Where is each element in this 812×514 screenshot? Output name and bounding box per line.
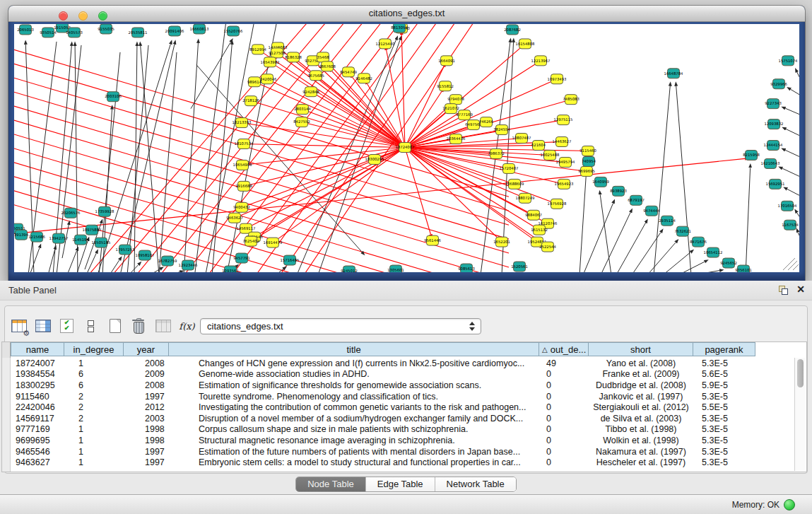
graph-node[interactable]: 9356101 xyxy=(735,265,752,272)
graph-node[interactable]: 3675685 xyxy=(307,71,324,81)
window-titlebar[interactable]: citations_edges.txt xyxy=(8,6,805,22)
memory-status-indicator[interactable] xyxy=(784,499,795,510)
merge-rows-icon[interactable] xyxy=(82,317,100,334)
new-table-icon[interactable] xyxy=(106,317,124,334)
graph-node[interactable]: 7625402 xyxy=(242,236,259,246)
table-row[interactable]: 946362711997Embryonic stem cells: a mode… xyxy=(11,457,794,468)
graph-node[interactable]: 1305601 xyxy=(387,265,404,272)
graph-node[interactable]: 1652201 xyxy=(493,237,510,247)
table-settings-icon[interactable] xyxy=(10,317,28,334)
graph-node[interactable]: 9329966 xyxy=(770,79,787,89)
graph-node[interactable]: 9115460 xyxy=(579,146,596,156)
graph-node[interactable]: 621604 xyxy=(531,141,546,151)
graph-node[interactable]: 15520766 xyxy=(224,26,244,36)
graph-node[interactable]: 8427552 xyxy=(293,117,310,127)
graph-node[interactable]: 2867608 xyxy=(319,62,336,71)
graph-node[interactable]: 9155812 xyxy=(437,81,454,91)
graph-node[interactable]: 9245012 xyxy=(341,266,358,272)
table-row[interactable]: 946554611997Estimation of the future num… xyxy=(11,446,794,457)
graph-node[interactable]: 9777169 xyxy=(456,110,473,120)
graph-node[interactable]: 1145194 xyxy=(72,235,89,245)
graph-node[interactable]: 16914479 xyxy=(264,238,283,247)
tab-edge-table[interactable]: Edge Table xyxy=(366,477,435,491)
graph-node[interactable]: 9474444 xyxy=(643,206,660,216)
graph-node[interactable]: 3824554 xyxy=(493,125,510,135)
graph-node[interactable]: 12125440 xyxy=(376,39,396,49)
graph-node[interactable]: 7632621 xyxy=(674,226,691,236)
graph-node[interactable]: 740954 xyxy=(582,156,596,166)
graph-node[interactable]: 10958107 xyxy=(136,250,155,260)
column-header-out_de[interactable]: △out_de... xyxy=(539,342,589,356)
graph-node[interactable]: 9085613 xyxy=(458,264,475,272)
graph-node[interactable]: 1405573 xyxy=(66,28,83,37)
graph-node[interactable]: 746266 xyxy=(479,117,494,127)
graph-node[interactable]: 2065013 xyxy=(17,25,34,35)
tab-node-table[interactable]: Node Table xyxy=(296,477,366,491)
graph-node[interactable]: 12444154 xyxy=(764,141,784,151)
graph-node[interactable]: 15751074 xyxy=(779,56,799,66)
graph-node[interactable]: 2003106 xyxy=(105,92,122,102)
graph-node[interactable]: 1093561 xyxy=(222,266,239,272)
graph-node[interactable]: 2718126 xyxy=(242,96,259,106)
table-row[interactable]: 977716911998Corpus callosum shape and si… xyxy=(11,424,794,436)
graph-node[interactable]: 1664091 xyxy=(438,56,455,66)
graph-node[interactable]: 17359928 xyxy=(95,206,114,216)
graph-node[interactable]: 10688609 xyxy=(505,179,524,189)
table-row[interactable]: 1456911722003Disruption of a novel membe… xyxy=(11,413,794,424)
graph-node[interactable]: 10807487 xyxy=(512,134,531,144)
graph-node[interactable]: 15692951 xyxy=(766,179,785,189)
graph-node[interactable]: 16154808 xyxy=(516,39,535,49)
column-header-name[interactable]: name xyxy=(11,342,64,356)
column-header-short[interactable]: short xyxy=(589,342,693,356)
graph-node[interactable]: 8471676 xyxy=(690,237,707,247)
column-select-icon[interactable] xyxy=(34,317,52,334)
graph-node[interactable]: 1520561 xyxy=(511,262,528,271)
column-checklist-icon[interactable]: ✔ ✔ xyxy=(58,317,76,334)
graph-node[interactable]: 12975115 xyxy=(554,115,573,125)
graph-node[interactable]: 7986372 xyxy=(488,148,505,158)
vertical-scrollbar[interactable] xyxy=(794,358,806,471)
graph-node[interactable]: 2803144 xyxy=(294,105,311,115)
graph-node[interactable]: 16648784 xyxy=(664,69,684,78)
graph-node[interactable]: 19495794 xyxy=(556,157,576,167)
graph-node[interactable]: 10025488 xyxy=(541,150,560,160)
close-panel-icon[interactable]: ✕ xyxy=(796,284,805,295)
graph-node[interactable]: 19654923 xyxy=(555,179,574,189)
graph-node[interactable]: 19756928 xyxy=(548,199,567,209)
graph-node[interactable]: 8454749 xyxy=(340,67,357,77)
graph-node[interactable]: 8912954 xyxy=(249,45,266,54)
column-header-in_degree[interactable]: in_degree xyxy=(64,342,124,356)
graph-node[interactable]: 9242848 xyxy=(302,87,319,97)
graph-node[interactable]: 10654112 xyxy=(704,247,723,257)
scrollbar-thumb[interactable] xyxy=(797,359,804,387)
graph-node[interactable]: 14463627 xyxy=(553,137,572,147)
graph-node[interactable]: 16543982 xyxy=(261,57,280,67)
table-panel-titlebar[interactable]: Table Panel ✕ xyxy=(0,281,812,300)
graph-node[interactable]: 9227343 xyxy=(765,99,782,109)
table-row[interactable]: 2242004622012Investigating the contribut… xyxy=(11,402,794,413)
graph-node[interactable]: 989614 xyxy=(247,77,262,87)
graph-node[interactable]: 9127508 xyxy=(269,48,286,58)
graph-node[interactable]: 8186328 xyxy=(285,52,302,62)
graph-node[interactable]: 7485083 xyxy=(563,95,579,105)
column-header-year[interactable]: year xyxy=(124,342,169,356)
graph-node[interactable]: 9245652 xyxy=(720,258,737,268)
table-selector-dropdown[interactable]: citations_edges.txt xyxy=(200,318,481,334)
graph-node[interactable]: 1615132 xyxy=(531,225,548,235)
table-row[interactable]: 1938455462009Genome-wide association stu… xyxy=(11,369,794,380)
graph-node[interactable]: 9561446 xyxy=(424,235,441,245)
graph-node[interactable]: 16210643 xyxy=(761,158,780,168)
graph-node[interactable]: 9155035 xyxy=(98,24,114,34)
graph-node[interactable]: 9400432 xyxy=(233,202,250,212)
graph-node[interactable]: 35468 xyxy=(317,52,329,62)
graph-node[interactable]: 9794078 xyxy=(447,95,464,105)
float-panel-icon[interactable] xyxy=(779,286,788,295)
graph-node[interactable]: 15720407 xyxy=(500,163,519,173)
graph-node[interactable]: 2935114 xyxy=(659,216,676,226)
graph-node[interactable]: 17016504 xyxy=(778,201,798,211)
graph-node[interactable]: 9699695 xyxy=(578,166,595,176)
graph-node[interactable]: 9884067 xyxy=(525,210,542,220)
table-row[interactable]: 911546021997Tourette syndrome. Phenomeno… xyxy=(11,391,794,402)
graph-node[interactable]: 20535811 xyxy=(129,28,148,37)
table-row[interactable]: 1830029562008Estimation of significance … xyxy=(11,380,794,391)
